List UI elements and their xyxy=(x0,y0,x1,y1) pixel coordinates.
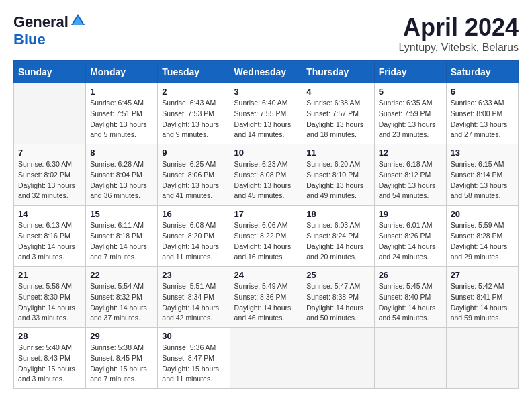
calendar-cell: 15Sunrise: 6:11 AMSunset: 8:18 PMDayligh… xyxy=(86,205,158,267)
week-row-3: 14Sunrise: 6:13 AMSunset: 8:16 PMDayligh… xyxy=(14,205,519,267)
sun-info: Sunrise: 5:38 AMSunset: 8:45 PMDaylight:… xyxy=(90,342,153,385)
day-number: 2 xyxy=(162,87,225,97)
calendar-cell: 1Sunrise: 6:45 AMSunset: 7:51 PMDaylight… xyxy=(86,83,158,144)
sun-info: Sunrise: 5:47 AMSunset: 8:38 PMDaylight:… xyxy=(306,281,369,324)
day-number: 10 xyxy=(234,148,298,158)
calendar-cell: 16Sunrise: 6:08 AMSunset: 8:20 PMDayligh… xyxy=(158,205,230,267)
day-number: 23 xyxy=(162,270,225,280)
week-row-4: 21Sunrise: 5:56 AMSunset: 8:30 PMDayligh… xyxy=(14,267,519,328)
day-number: 24 xyxy=(234,270,298,280)
sun-info: Sunrise: 5:36 AMSunset: 8:47 PMDaylight:… xyxy=(162,342,225,385)
calendar-cell xyxy=(374,328,446,389)
calendar-cell: 9Sunrise: 6:25 AMSunset: 8:06 PMDaylight… xyxy=(158,144,230,205)
sun-info: Sunrise: 6:01 AMSunset: 8:26 PMDaylight:… xyxy=(379,220,442,263)
sun-info: Sunrise: 6:06 AMSunset: 8:22 PMDaylight:… xyxy=(234,220,298,263)
day-number: 17 xyxy=(234,209,298,219)
day-number: 13 xyxy=(451,148,514,158)
sun-info: Sunrise: 6:38 AMSunset: 7:57 PMDaylight:… xyxy=(306,98,369,140)
week-row-1: 1Sunrise: 6:45 AMSunset: 7:51 PMDaylight… xyxy=(14,83,519,144)
sun-info: Sunrise: 6:43 AMSunset: 7:53 PMDaylight:… xyxy=(162,98,225,140)
calendar-cell: 17Sunrise: 6:06 AMSunset: 8:22 PMDayligh… xyxy=(230,205,302,267)
month-title: April 2024 xyxy=(399,13,519,42)
calendar-cell: 23Sunrise: 5:51 AMSunset: 8:34 PMDayligh… xyxy=(158,267,230,328)
sun-info: Sunrise: 5:42 AMSunset: 8:41 PMDaylight:… xyxy=(451,281,514,324)
day-number: 22 xyxy=(90,270,153,280)
calendar-cell: 28Sunrise: 5:40 AMSunset: 8:43 PMDayligh… xyxy=(14,328,86,389)
calendar-cell: 13Sunrise: 6:15 AMSunset: 8:14 PMDayligh… xyxy=(446,144,518,205)
day-number: 30 xyxy=(162,331,225,341)
day-number: 1 xyxy=(90,87,153,97)
calendar-cell: 26Sunrise: 5:45 AMSunset: 8:40 PMDayligh… xyxy=(374,267,446,328)
calendar-cell: 11Sunrise: 6:20 AMSunset: 8:10 PMDayligh… xyxy=(302,144,374,205)
calendar-cell: 25Sunrise: 5:47 AMSunset: 8:38 PMDayligh… xyxy=(302,267,374,328)
sun-info: Sunrise: 6:11 AMSunset: 8:18 PMDaylight:… xyxy=(90,220,153,263)
sun-info: Sunrise: 5:45 AMSunset: 8:40 PMDaylight:… xyxy=(379,281,442,324)
sun-info: Sunrise: 6:28 AMSunset: 8:04 PMDaylight:… xyxy=(90,159,153,201)
calendar-cell: 4Sunrise: 6:38 AMSunset: 7:57 PMDaylight… xyxy=(302,83,374,144)
calendar-cell: 10Sunrise: 6:23 AMSunset: 8:08 PMDayligh… xyxy=(230,144,302,205)
sun-info: Sunrise: 6:33 AMSunset: 8:00 PMDaylight:… xyxy=(451,98,514,140)
day-number: 25 xyxy=(306,270,369,280)
sun-info: Sunrise: 5:40 AMSunset: 8:43 PMDaylight:… xyxy=(18,342,81,385)
calendar-cell: 21Sunrise: 5:56 AMSunset: 8:30 PMDayligh… xyxy=(14,267,86,328)
title-area: April 2024 Lyntupy, Vitebsk, Belarus xyxy=(399,13,519,54)
day-number: 12 xyxy=(379,148,442,158)
calendar-cell xyxy=(14,83,86,144)
sun-info: Sunrise: 5:49 AMSunset: 8:36 PMDaylight:… xyxy=(234,281,298,324)
day-number: 29 xyxy=(90,331,153,341)
sun-info: Sunrise: 6:40 AMSunset: 7:55 PMDaylight:… xyxy=(234,98,298,140)
weekday-header-row: SundayMondayTuesdayWednesdayThursdayFrid… xyxy=(14,61,519,83)
day-number: 8 xyxy=(90,148,153,158)
header: General Blue April 2024 Lyntupy, Vitebsk… xyxy=(13,13,519,54)
day-number: 4 xyxy=(306,87,369,97)
calendar-cell: 22Sunrise: 5:54 AMSunset: 8:32 PMDayligh… xyxy=(86,267,158,328)
day-number: 15 xyxy=(90,209,153,219)
sun-info: Sunrise: 6:15 AMSunset: 8:14 PMDaylight:… xyxy=(451,159,514,201)
day-number: 27 xyxy=(451,270,514,280)
sun-info: Sunrise: 6:03 AMSunset: 8:24 PMDaylight:… xyxy=(306,220,369,263)
day-number: 16 xyxy=(162,209,225,219)
location: Lyntupy, Vitebsk, Belarus xyxy=(399,42,519,54)
calendar-cell: 19Sunrise: 6:01 AMSunset: 8:26 PMDayligh… xyxy=(374,205,446,267)
day-number: 11 xyxy=(306,148,369,158)
day-number: 21 xyxy=(18,270,81,280)
calendar-cell: 18Sunrise: 6:03 AMSunset: 8:24 PMDayligh… xyxy=(302,205,374,267)
day-number: 14 xyxy=(18,209,81,219)
calendar-cell: 8Sunrise: 6:28 AMSunset: 8:04 PMDaylight… xyxy=(86,144,158,205)
sun-info: Sunrise: 6:45 AMSunset: 7:51 PMDaylight:… xyxy=(90,98,153,140)
day-number: 3 xyxy=(234,87,298,97)
sun-info: Sunrise: 5:54 AMSunset: 8:32 PMDaylight:… xyxy=(90,281,153,324)
calendar-cell: 20Sunrise: 5:59 AMSunset: 8:28 PMDayligh… xyxy=(446,205,518,267)
day-number: 5 xyxy=(379,87,442,97)
sun-info: Sunrise: 6:20 AMSunset: 8:10 PMDaylight:… xyxy=(306,159,369,201)
day-number: 28 xyxy=(18,331,81,341)
week-row-5: 28Sunrise: 5:40 AMSunset: 8:43 PMDayligh… xyxy=(14,328,519,389)
sun-info: Sunrise: 6:13 AMSunset: 8:16 PMDaylight:… xyxy=(18,220,81,263)
sun-info: Sunrise: 6:23 AMSunset: 8:08 PMDaylight:… xyxy=(234,159,298,201)
calendar-cell xyxy=(230,328,302,389)
logo-general: General xyxy=(13,13,69,31)
week-row-2: 7Sunrise: 6:30 AMSunset: 8:02 PMDaylight… xyxy=(14,144,519,205)
day-number: 19 xyxy=(379,209,442,219)
calendar-cell: 24Sunrise: 5:49 AMSunset: 8:36 PMDayligh… xyxy=(230,267,302,328)
sun-info: Sunrise: 6:08 AMSunset: 8:20 PMDaylight:… xyxy=(162,220,225,263)
calendar-cell: 27Sunrise: 5:42 AMSunset: 8:41 PMDayligh… xyxy=(446,267,518,328)
sun-info: Sunrise: 5:51 AMSunset: 8:34 PMDaylight:… xyxy=(162,281,225,324)
logo: General Blue xyxy=(13,13,86,48)
calendar-cell: 30Sunrise: 5:36 AMSunset: 8:47 PMDayligh… xyxy=(158,328,230,389)
calendar-cell: 14Sunrise: 6:13 AMSunset: 8:16 PMDayligh… xyxy=(14,205,86,267)
day-number: 9 xyxy=(162,148,225,158)
calendar-cell: 7Sunrise: 6:30 AMSunset: 8:02 PMDaylight… xyxy=(14,144,86,205)
sun-info: Sunrise: 5:59 AMSunset: 8:28 PMDaylight:… xyxy=(451,220,514,263)
sun-info: Sunrise: 6:18 AMSunset: 8:12 PMDaylight:… xyxy=(379,159,442,201)
weekday-header-monday: Monday xyxy=(86,61,158,83)
weekday-header-sunday: Sunday xyxy=(14,61,86,83)
calendar: SundayMondayTuesdayWednesdayThursdayFrid… xyxy=(13,60,519,389)
day-number: 26 xyxy=(379,270,442,280)
logo-icon xyxy=(70,13,86,29)
calendar-cell: 3Sunrise: 6:40 AMSunset: 7:55 PMDaylight… xyxy=(230,83,302,144)
calendar-cell: 2Sunrise: 6:43 AMSunset: 7:53 PMDaylight… xyxy=(158,83,230,144)
weekday-header-saturday: Saturday xyxy=(446,61,518,83)
calendar-cell: 12Sunrise: 6:18 AMSunset: 8:12 PMDayligh… xyxy=(374,144,446,205)
weekday-header-friday: Friday xyxy=(374,61,446,83)
